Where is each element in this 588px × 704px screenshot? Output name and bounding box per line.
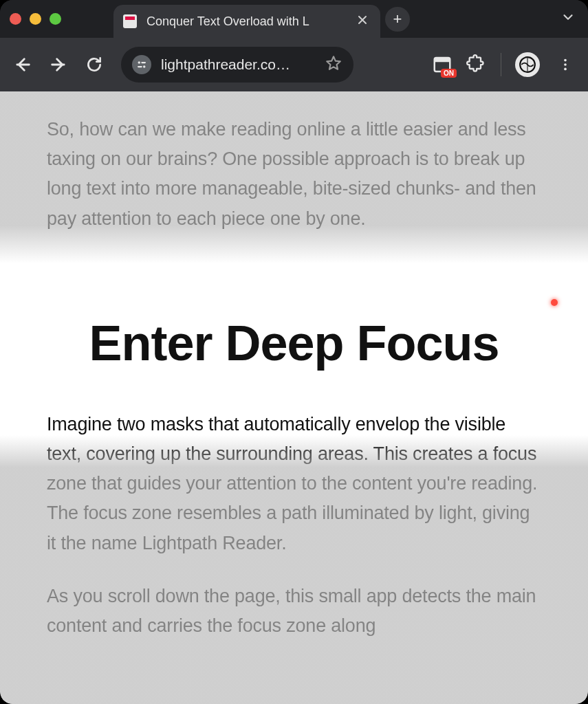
window-controls — [10, 13, 61, 25]
svg-point-8 — [564, 59, 567, 62]
back-button[interactable] — [11, 53, 34, 76]
article-paragraph: As you scroll down the page, this small … — [47, 582, 541, 641]
browser-toolbar: lightpathreader.co… ON — [0, 38, 588, 91]
bookmark-star-button[interactable] — [325, 54, 342, 75]
svg-rect-1 — [141, 62, 146, 63]
lightpath-extension-button[interactable]: ON — [432, 54, 453, 75]
address-bar[interactable]: lightpathreader.co… — [121, 47, 353, 82]
tab-strip: Conquer Text Overload with L + — [0, 0, 588, 38]
reload-button[interactable] — [83, 53, 106, 76]
svg-point-2 — [143, 65, 145, 67]
extensions-area: ON — [432, 52, 577, 77]
browser-window: Conquer Text Overload with L + lightpath… — [0, 0, 588, 704]
svg-rect-3 — [138, 66, 142, 67]
browser-tab[interactable]: Conquer Text Overload with L — [113, 5, 380, 38]
browser-menu-button[interactable] — [554, 53, 577, 76]
forward-button[interactable] — [47, 53, 70, 76]
tab-favicon — [123, 14, 137, 28]
article-content: So, how can we make reading online a lit… — [0, 115, 588, 641]
close-window-button[interactable] — [10, 13, 21, 25]
article-paragraph: So, how can we make reading online a lit… — [47, 115, 541, 234]
article-heading: Enter Deep Focus — [47, 315, 541, 371]
url-text: lightpathreader.co… — [161, 56, 315, 73]
focus-indicator-dot — [551, 299, 558, 306]
tab-close-button[interactable] — [354, 12, 371, 32]
article-page: So, how can we make reading online a lit… — [0, 91, 588, 704]
tab-title: Conquer Text Overload with L — [146, 14, 345, 29]
svg-point-0 — [138, 61, 140, 63]
page-viewport[interactable]: So, how can we make reading online a lit… — [0, 91, 588, 704]
article-paragraph: Imagine two masks that automatically env… — [47, 410, 541, 558]
window-dropdown-button[interactable] — [560, 10, 576, 28]
svg-point-9 — [564, 63, 567, 66]
svg-rect-5 — [435, 58, 450, 62]
site-info-button[interactable] — [132, 55, 151, 74]
extensions-puzzle-button[interactable] — [466, 54, 487, 75]
maximize-window-button[interactable] — [50, 13, 61, 25]
extension-on-badge: ON — [441, 69, 457, 78]
minimize-window-button[interactable] — [30, 13, 41, 25]
profile-avatar-button[interactable] — [515, 52, 540, 77]
new-tab-button[interactable]: + — [385, 7, 410, 32]
svg-point-10 — [564, 68, 567, 71]
toolbar-divider — [501, 53, 501, 76]
